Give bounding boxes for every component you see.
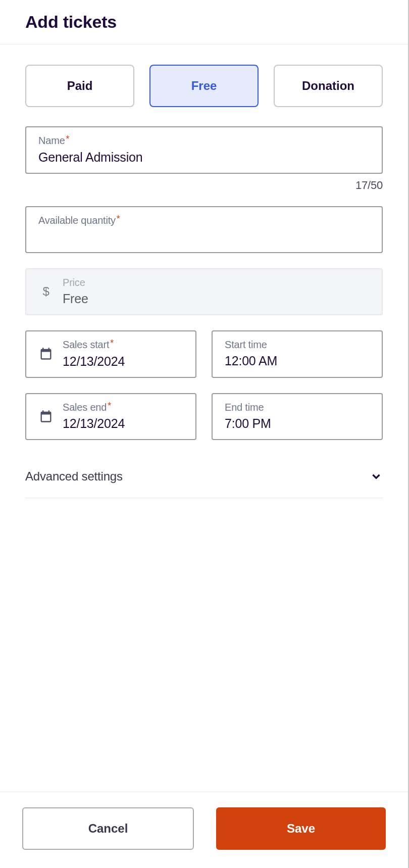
end-time-field[interactable]: End time 7:00 PM [212, 393, 383, 441]
ticket-type-donation[interactable]: Donation [274, 65, 383, 107]
start-time-field[interactable]: Start time 12:00 AM [212, 330, 383, 378]
ticket-type-segmented: Paid Free Donation [25, 65, 383, 107]
cancel-button[interactable]: Cancel [22, 807, 194, 850]
panel-content: Paid Free Donation Name* 17/50 Available… [0, 44, 408, 792]
required-asterisk: * [110, 338, 114, 348]
required-asterisk: * [117, 214, 120, 224]
ticket-type-free[interactable]: Free [149, 65, 259, 107]
name-field[interactable]: Name* [25, 126, 383, 174]
start-time-value: 12:00 AM [225, 354, 370, 368]
end-time-label: End time [225, 401, 370, 413]
sales-start-value: 12/13/2024 [63, 354, 183, 369]
advanced-settings-label: Advanced settings [25, 469, 123, 484]
currency-icon: $ [38, 284, 54, 299]
quantity-input[interactable] [38, 229, 370, 244]
ticket-type-paid[interactable]: Paid [25, 65, 134, 107]
page-title: Add tickets [25, 12, 383, 32]
sales-end-label: Sales end* [63, 401, 183, 414]
sales-end-value: 12/13/2024 [63, 416, 183, 431]
panel-header: Add tickets [0, 0, 408, 44]
chevron-down-icon [370, 470, 383, 483]
name-label: Name* [38, 134, 370, 147]
end-time-value: 7:00 PM [225, 416, 370, 431]
calendar-icon [38, 409, 54, 424]
save-button[interactable]: Save [216, 807, 386, 850]
quantity-label: Available quantity* [38, 214, 370, 227]
start-time-label: Start time [225, 339, 370, 351]
advanced-settings-toggle[interactable]: Advanced settings [25, 455, 383, 498]
price-value: Free [63, 292, 370, 306]
sales-end-date-field[interactable]: Sales end* 12/13/2024 [25, 393, 196, 441]
required-asterisk: * [108, 401, 111, 411]
calendar-icon [38, 346, 54, 361]
price-field: $ Price Free [25, 268, 383, 315]
quantity-field[interactable]: Available quantity* [25, 206, 383, 254]
name-input[interactable] [38, 150, 370, 165]
name-char-counter: 17/50 [25, 179, 383, 192]
price-label: Price [63, 276, 370, 288]
sales-start-label: Sales start* [63, 339, 183, 351]
panel-footer: Cancel Save [0, 792, 408, 868]
sales-start-date-field[interactable]: Sales start* 12/13/2024 [25, 330, 196, 378]
required-asterisk: * [66, 134, 70, 144]
